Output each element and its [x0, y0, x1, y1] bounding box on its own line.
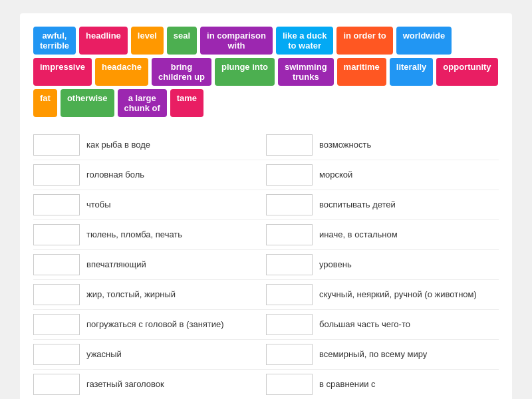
answer-input-rc6[interactable]: [266, 284, 313, 305]
word-bank: awful, terribleheadlinelevelsealin compa…: [33, 27, 499, 117]
answer-input-rc9[interactable]: [266, 374, 313, 395]
right-column: возможностьморскойвоспитывать детейиначе…: [266, 130, 499, 399]
matching-section: как рыба в водеголовная больчтобытюлень,…: [33, 130, 499, 399]
answer-input-rc5[interactable]: [266, 254, 313, 275]
clue-text-rc9: в сравнении с: [319, 378, 376, 390]
answer-input-lc9[interactable]: [33, 374, 80, 395]
word-tag-headline[interactable]: headline: [79, 27, 128, 55]
answer-input-lc1[interactable]: [33, 134, 80, 156]
word-tag-worldwide[interactable]: worldwide: [396, 27, 452, 55]
clue-text-rc2: морской: [319, 169, 352, 181]
word-tag-like_a_duck[interactable]: like a duck to water: [276, 27, 333, 55]
main-container: awful, terribleheadlinelevelsealin compa…: [20, 13, 512, 399]
word-tag-level[interactable]: level: [131, 27, 164, 55]
match-row-lc6: жир, толстый, жирный: [33, 280, 266, 310]
answer-input-lc7[interactable]: [33, 314, 80, 335]
match-row-lc8: ужасный: [33, 340, 266, 370]
word-tag-a_large_chunk[interactable]: a large chunk of: [118, 89, 167, 117]
answer-input-rc2[interactable]: [266, 164, 313, 186]
word-tag-seal[interactable]: seal: [167, 27, 197, 55]
match-row-lc7: погружаться с головой в (занятие): [33, 310, 266, 340]
answer-input-lc4[interactable]: [33, 224, 80, 245]
match-row-lc5: впечатляющий: [33, 250, 266, 280]
clue-text-lc4: тюлень, пломба, печать: [86, 229, 182, 241]
match-row-rc7: большая часть чего-то: [266, 310, 499, 340]
match-row-lc4: тюлень, пломба, печать: [33, 220, 266, 250]
word-tag-tame[interactable]: tame: [170, 89, 203, 117]
answer-input-rc4[interactable]: [266, 224, 313, 245]
word-tag-awful[interactable]: awful, terrible: [33, 27, 76, 55]
clue-text-lc1: как рыба в воде: [86, 139, 150, 151]
word-tag-bring_children[interactable]: bring children up: [152, 58, 211, 86]
clue-text-lc9: газетный заголовок: [86, 378, 164, 390]
match-row-lc3: чтобы: [33, 190, 266, 220]
clue-text-rc4: иначе, в остальном: [319, 229, 398, 241]
left-column: как рыба в водеголовная больчтобытюлень,…: [33, 130, 266, 399]
word-tag-in_order_to[interactable]: in order to: [336, 27, 392, 55]
clue-text-rc3: воспитывать детей: [319, 199, 396, 211]
clue-text-lc2: головная боль: [86, 169, 144, 181]
clue-text-rc8: всемирный, по всему миру: [319, 348, 427, 360]
match-row-rc4: иначе, в остальном: [266, 220, 499, 250]
clue-text-rc7: большая часть чего-то: [319, 319, 410, 331]
word-tag-headache[interactable]: headache: [95, 58, 148, 86]
answer-input-rc8[interactable]: [266, 344, 313, 365]
answer-input-lc2[interactable]: [33, 164, 80, 186]
word-tag-in_comparison[interactable]: in comparison with: [200, 27, 273, 55]
word-tag-literally[interactable]: literally: [390, 58, 434, 86]
word-tag-opportunity[interactable]: opportunity: [436, 58, 497, 86]
match-row-lc9: газетный заголовок: [33, 370, 266, 399]
answer-input-lc3[interactable]: [33, 194, 80, 215]
match-row-rc2: морской: [266, 160, 499, 190]
match-row-rc6: скучный, неяркий, ручной (о животном): [266, 280, 499, 310]
clue-text-rc6: скучный, неяркий, ручной (о животном): [319, 289, 477, 301]
word-tag-plunge_into[interactable]: plunge into: [215, 58, 275, 86]
answer-input-lc8[interactable]: [33, 344, 80, 365]
match-row-rc5: уровень: [266, 250, 499, 280]
answer-input-lc5[interactable]: [33, 254, 80, 275]
word-tag-otherwise[interactable]: otherwise: [61, 89, 114, 117]
match-row-rc8: всемирный, по всему миру: [266, 340, 499, 370]
clue-text-lc3: чтобы: [86, 199, 111, 211]
clue-text-lc7: погружаться с головой в (занятие): [86, 319, 224, 331]
word-tag-fat[interactable]: fat: [33, 89, 57, 117]
answer-input-lc6[interactable]: [33, 284, 80, 305]
clue-text-lc5: впечатляющий: [86, 259, 146, 271]
match-row-rc3: воспитывать детей: [266, 190, 499, 220]
word-tag-impressive[interactable]: impressive: [33, 58, 92, 86]
clue-text-rc1: возможность: [319, 139, 371, 151]
answer-input-rc3[interactable]: [266, 194, 313, 215]
match-row-lc1: как рыба в воде: [33, 130, 266, 160]
word-tag-maritime[interactable]: maritime: [337, 58, 386, 86]
answer-input-rc7[interactable]: [266, 314, 313, 335]
clue-text-rc5: уровень: [319, 259, 352, 271]
match-row-rc9: в сравнении с: [266, 370, 499, 399]
word-tag-swimming_trunks[interactable]: swimming trunks: [278, 58, 334, 86]
clue-text-lc6: жир, толстый, жирный: [86, 289, 176, 301]
clue-text-lc8: ужасный: [86, 348, 122, 360]
answer-input-rc1[interactable]: [266, 134, 313, 156]
match-row-lc2: головная боль: [33, 160, 266, 190]
match-row-rc1: возможность: [266, 130, 499, 160]
